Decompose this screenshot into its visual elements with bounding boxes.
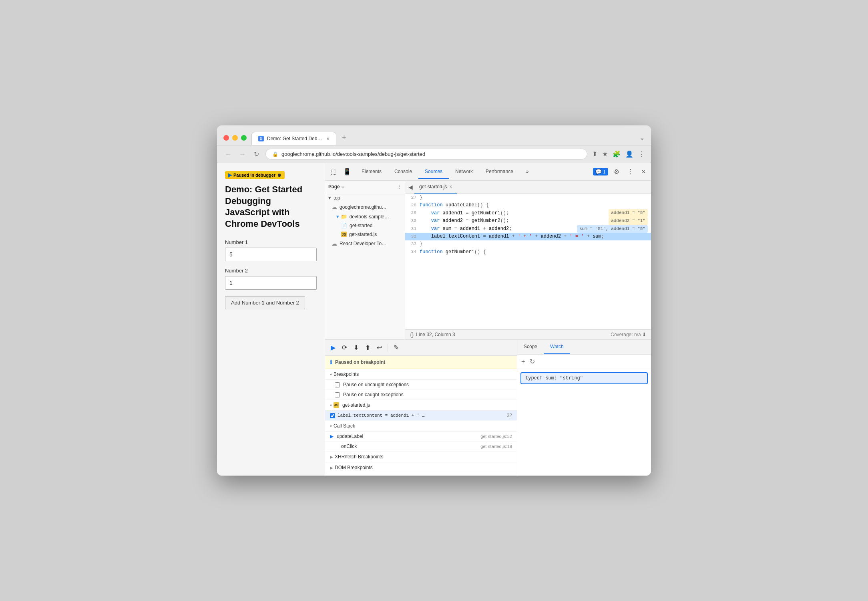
line-number-34: 34 xyxy=(408,248,420,256)
watch-panel: Scope Watch + ↻ typeof sum: "string" xyxy=(517,340,651,476)
tab-network[interactable]: Network xyxy=(449,165,479,179)
line-content-34: function getNumber1() { xyxy=(420,248,648,256)
step-into-button[interactable]: ⬇ xyxy=(351,342,361,353)
code-status-bar: {} Line 32, Column 3 Coverage: n/a ⬇ xyxy=(405,329,651,339)
pause-caught-item: Pause on caught exceptions xyxy=(325,390,517,400)
line-content-32: label.textContent = addend1 + ' + ' + ad… xyxy=(420,233,648,240)
file-tree-get-started[interactable]: 📄 get-started xyxy=(325,221,405,230)
paused-message-text: Paused on breakpoint xyxy=(335,359,385,365)
dom-section-header[interactable]: ▶ DOM Breakpoints xyxy=(325,462,517,473)
tab-watch[interactable]: Watch xyxy=(544,340,570,354)
tab-console[interactable]: Console xyxy=(388,165,418,179)
breakpoint-filename: get-started.js xyxy=(342,402,370,408)
new-tab-button[interactable]: + xyxy=(338,130,350,145)
code-line-30: 30 var addend2 = getNumber2(); addend2 =… xyxy=(405,217,651,225)
annotation-30: addend2 = "1" xyxy=(609,217,648,225)
forward-button[interactable]: → xyxy=(238,149,247,159)
pause-uncaught-label: Pause on uncaught exceptions xyxy=(343,382,409,387)
step-button[interactable]: ↩ xyxy=(374,342,384,353)
breakpoint-line: 32 xyxy=(507,413,512,418)
pause-uncaught-item: Pause on uncaught exceptions xyxy=(325,380,517,390)
tab-elements[interactable]: Elements xyxy=(355,165,388,179)
page-more-icon[interactable]: » xyxy=(342,184,344,189)
close-window-button[interactable] xyxy=(223,135,229,141)
file-tree-get-started-js[interactable]: JS get-started.js xyxy=(325,230,405,239)
breakpoint-checkbox[interactable] xyxy=(330,413,335,418)
code-line-28: 28 function updateLabel() { xyxy=(405,202,651,209)
browser-window: D Demo: Get Started Debugging × + ⌄ ← → … xyxy=(217,125,651,476)
breakpoints-section-header[interactable]: ▾ Breakpoints xyxy=(325,369,517,380)
number1-input[interactable] xyxy=(225,248,317,261)
devtools-more-button[interactable]: ⋮ xyxy=(625,166,636,177)
active-frame-icon: ▶ xyxy=(330,434,334,439)
message-icon: 💬 xyxy=(595,169,602,175)
close-devtools-button[interactable]: × xyxy=(639,167,648,177)
call-stack-file-0: get-started.js:32 xyxy=(480,434,512,439)
xhr-section-header[interactable]: ▶ XHR/fetch Breakpoints xyxy=(325,452,517,462)
file-tree-top[interactable]: ▾ top xyxy=(325,193,405,202)
bookmark-icon[interactable]: ★ xyxy=(602,150,608,158)
call-stack-fn-0: updateLabel xyxy=(337,434,477,439)
debugger-play-icon: ▶ xyxy=(228,172,232,178)
device-toolbar-button[interactable]: 📱 xyxy=(341,166,354,177)
browser-tab-active[interactable]: D Demo: Get Started Debugging × xyxy=(251,132,336,145)
debugger-sidebar: ▶ ⟳ ⬇ ⬆ ↩ ✎ ℹ Paused on breakpoint xyxy=(325,340,517,476)
code-line-31: 31 var sum = addend1 + addend2; sum = "5… xyxy=(405,225,651,233)
debugger-record-icon: ⏺ xyxy=(277,173,281,177)
line-content-30: var addend2 = getNumber2(); xyxy=(420,217,605,225)
file-icon: 📄 xyxy=(341,223,347,228)
call-stack-update-label: ▶ updateLabel get-started.js:32 xyxy=(325,432,517,442)
coverage-dropdown[interactable]: ⬇ xyxy=(642,332,646,337)
sources-panel: Page » ⋮ ▾ top ☁ googlechrome.githu… ▾ 📁 xyxy=(325,181,651,339)
maximize-window-button[interactable] xyxy=(241,135,247,141)
lock-icon: 🔒 xyxy=(272,151,278,157)
annotation-31: sum = "51", addend1 = "5" xyxy=(577,225,648,233)
address-actions: ⬆ ★ 🧩 👤 ⋮ xyxy=(592,150,645,158)
code-tab-close[interactable]: × xyxy=(449,184,452,190)
tab-sources[interactable]: Sources xyxy=(418,165,449,179)
pause-caught-checkbox[interactable] xyxy=(335,392,340,397)
file-tree-devtools-sample[interactable]: ▾ 📁 devtools-sample… xyxy=(325,212,405,221)
resume-button[interactable]: ▶ xyxy=(328,342,338,353)
cursor-position: Line 32, Column 3 xyxy=(416,332,455,337)
address-field[interactable]: 🔒 googlechrome.github.io/devtools-sample… xyxy=(265,149,587,159)
breakpoint-file-header[interactable]: ▾ JS get-started.js xyxy=(325,400,517,411)
step-over-button[interactable]: ⟳ xyxy=(340,342,350,353)
code-tab-get-started-js[interactable]: get-started.js × xyxy=(414,181,457,194)
devtools-toolbar-left: ⬚ 📱 xyxy=(328,163,354,180)
code-panel: ◀ get-started.js × 27 } xyxy=(405,181,651,339)
file-tree-react-devtools[interactable]: ☁ React Developer To… xyxy=(325,239,405,248)
inspect-element-button[interactable]: ⬚ xyxy=(328,166,339,177)
back-button[interactable]: ← xyxy=(223,149,233,159)
file-tree-menu[interactable]: ⋮ xyxy=(397,184,402,190)
tab-scope[interactable]: Scope xyxy=(517,340,544,354)
url-text: googlechrome.github.io/devtools-samples/… xyxy=(281,151,581,157)
add-numbers-button[interactable]: Add Number 1 and Number 2 xyxy=(225,296,305,309)
code-tab-back-icon[interactable]: ◀ xyxy=(408,184,413,190)
step-out-button[interactable]: ⬆ xyxy=(363,342,373,353)
file-tree-googlechrome[interactable]: ☁ googlechrome.githu… xyxy=(325,202,405,212)
watch-expression[interactable]: typeof sum: "string" xyxy=(520,372,648,384)
extensions-icon[interactable]: 🧩 xyxy=(613,150,621,158)
breakpoint-item: label.textContent = addend1 + ' … 32 xyxy=(325,411,517,421)
number2-input[interactable] xyxy=(225,276,317,290)
code-line-32: 32 label.textContent = addend1 + ' + ' +… xyxy=(405,233,651,240)
browser-menu-button[interactable]: ⋮ xyxy=(638,150,645,158)
minimize-window-button[interactable] xyxy=(232,135,238,141)
add-watch-button[interactable]: + xyxy=(520,357,526,366)
share-icon[interactable]: ⬆ xyxy=(592,150,597,158)
tab-performance[interactable]: Performance xyxy=(479,165,520,179)
deactivate-breakpoints-button[interactable]: ✎ xyxy=(391,342,401,353)
settings-button[interactable]: ⚙ xyxy=(611,166,622,177)
code-area[interactable]: 27 } 28 function updateLabel() { 29 var … xyxy=(405,194,651,329)
coverage-label: Coverage: n/a xyxy=(611,332,641,337)
file-tree: Page » ⋮ ▾ top ☁ googlechrome.githu… ▾ 📁 xyxy=(325,181,405,339)
refresh-watch-button[interactable]: ↻ xyxy=(529,357,536,366)
overflow-menu-button[interactable]: ⌄ xyxy=(639,134,645,141)
tab-more[interactable]: » xyxy=(520,165,535,179)
tab-close-button[interactable]: × xyxy=(326,135,330,142)
call-stack-section-header[interactable]: ▾ Call Stack xyxy=(325,421,517,432)
pause-uncaught-checkbox[interactable] xyxy=(335,382,340,387)
reload-button[interactable]: ↻ xyxy=(252,149,261,159)
profile-icon[interactable]: 👤 xyxy=(625,150,633,158)
